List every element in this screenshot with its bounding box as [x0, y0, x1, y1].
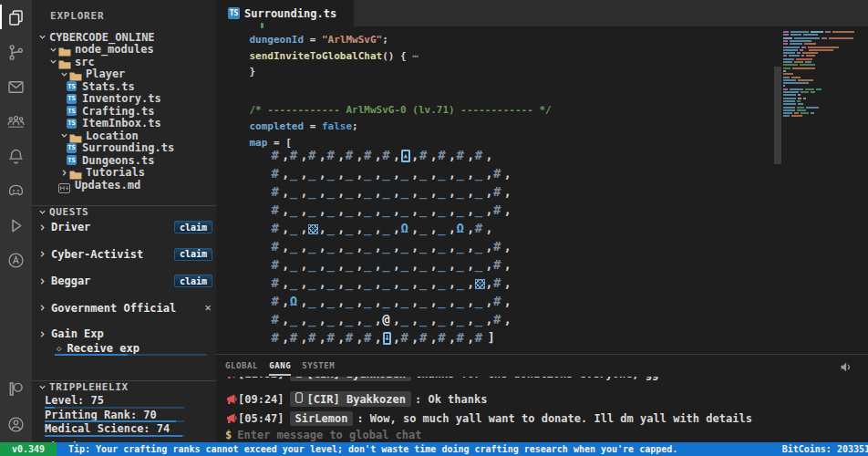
subquest-receive-exp[interactable]: ◇ Receive exp	[57, 342, 140, 355]
scrollbar-slider[interactable]	[774, 67, 781, 164]
activity-people-icon[interactable]	[0, 105, 32, 138]
claim-button[interactable]: claim	[174, 248, 212, 261]
tab-surrounding[interactable]: TS Surrounding.ts	[216, 0, 354, 26]
activity-mail-icon[interactable]	[0, 70, 32, 103]
sender-badge[interactable]: [CIR] Byakkozen	[290, 377, 411, 381]
activity-files-icon[interactable]	[0, 1, 32, 34]
chat-input[interactable]: $ Enter message to global chat	[225, 429, 422, 441]
quest-gain-exp[interactable]: Gain Exp	[32, 326, 216, 341]
version-badge[interactable]: v0.349	[0, 442, 57, 456]
minimap-segment	[801, 112, 809, 114]
map-door-up[interactable]: ▲	[401, 150, 410, 162]
tree-item-dungeons-ts[interactable]: TSDungeons.ts	[32, 154, 154, 167]
map-separator: ,	[485, 202, 492, 220]
chat-tab-gang[interactable]: GANG	[269, 361, 291, 376]
activity-play-icon[interactable]	[0, 209, 32, 242]
map-floor: _	[438, 293, 445, 311]
tree-item-tutorials[interactable]: Tutorials	[32, 167, 145, 180]
map-floor: _	[364, 311, 371, 329]
map-separator: ,	[449, 220, 456, 238]
claim-button[interactable]: claim	[174, 275, 212, 287]
claim-button[interactable]: claim	[174, 221, 212, 233]
map-wall: #	[272, 311, 279, 329]
map-floor: _	[438, 165, 445, 183]
stat-row: Level: 75	[45, 394, 104, 407]
bitcoins-counter: BitCoins: 203351	[782, 442, 868, 456]
map-cell: _,	[475, 256, 493, 275]
tree-item-node-modules[interactable]: node_modules	[32, 44, 154, 57]
activity-bell-icon[interactable]	[0, 140, 32, 172]
map-separator: ,	[393, 275, 400, 293]
map-cell: #,	[364, 147, 382, 165]
activity-appstore-icon[interactable]	[0, 244, 32, 276]
map-separator: ,	[300, 256, 307, 275]
quest-beggar[interactable]: Beggar claim	[32, 274, 216, 288]
map-floor: _	[438, 275, 445, 293]
map-cell: #,	[493, 165, 512, 183]
map-floor: _	[419, 238, 427, 256]
map-cell: #,	[493, 275, 512, 293]
tree-item-crafting-ts[interactable]: TSCrafting.ts	[32, 105, 154, 118]
map-row: #,_,_,_,_,_,@,_,_,_,_,_,#,	[272, 311, 512, 329]
code-token: "ArlMwSvG"	[322, 34, 382, 46]
activity-share-graph-icon[interactable]	[0, 36, 32, 68]
map-door-down[interactable]: ↓	[383, 332, 392, 345]
map-chest[interactable]	[308, 224, 318, 234]
tree-item-src[interactable]: src	[32, 56, 95, 68]
tree-item-player[interactable]: Player	[32, 68, 125, 81]
chat-tab-system[interactable]: SYSTEM	[302, 361, 335, 376]
code-token: completed	[250, 120, 305, 132]
sender-badge[interactable]: [CIR] Byakkozen	[290, 391, 411, 407]
minimap-line	[783, 70, 865, 72]
map-floor: _	[401, 293, 408, 311]
tree-item-inventory-ts[interactable]: TSInventory.ts	[32, 93, 161, 106]
close-icon[interactable]: ✕	[202, 301, 214, 314]
minimap-line	[783, 107, 865, 109]
minimap-segment	[801, 55, 804, 57]
map-separator: ,	[337, 202, 345, 220]
map-separator: ,	[411, 147, 418, 165]
activity-patreon-icon[interactable]	[0, 372, 32, 405]
map-enemy[interactable]: Ω	[290, 293, 297, 311]
map-floor: _	[401, 165, 408, 183]
minimap-segment	[825, 31, 831, 33]
app-window: EXPLORER CYBERCODE_ONLINEnode_modulessrc…	[0, 0, 868, 456]
minimap-segment	[783, 94, 796, 96]
code-editor[interactable]: dungeonId = "ArlMwSvG";sendInviteToGloba…	[216, 26, 868, 354]
map-wall: #	[475, 147, 482, 165]
tree-item-cybercode-online[interactable]: CYBERCODE_ONLINE	[32, 31, 155, 44]
typescript-file-icon: TS	[228, 7, 240, 19]
map-separator: ,	[467, 165, 474, 183]
map-floor: _	[475, 256, 482, 275]
chat-tab-global[interactable]: GLOBAL	[225, 361, 258, 376]
map-separator: ,	[356, 275, 363, 293]
chevron-down-icon	[36, 33, 47, 41]
map-separator: ,	[393, 329, 400, 347]
quests-header[interactable]: QUESTS	[32, 206, 88, 218]
map-cell: #,	[438, 147, 456, 165]
sender-badge[interactable]: SirLemon	[290, 411, 354, 426]
map-cell: _,	[419, 311, 438, 329]
activity-discord-icon[interactable]	[0, 174, 32, 207]
chat-message-list[interactable]: [11:52] [CIR] Byakkozen thanks for the d…	[216, 377, 868, 427]
map-floor: _	[475, 183, 482, 202]
quest-cyber-activist[interactable]: Cyber-Activist claim	[32, 247, 216, 262]
progress-fill	[45, 435, 182, 437]
map-separator: ,	[429, 275, 437, 293]
speaker-icon[interactable]	[839, 360, 852, 378]
activity-account-icon[interactable]	[0, 408, 32, 440]
tree-item-location[interactable]: Location	[32, 130, 139, 142]
map-enemy[interactable]: Ω	[456, 220, 463, 238]
tree-item-stats-ts[interactable]: TSStats.ts	[32, 80, 135, 93]
quest-government-official[interactable]: Government Official ✕	[32, 301, 216, 316]
map-floor: _	[419, 256, 427, 275]
tree-item-surrounding-ts[interactable]: TSSurrounding.ts	[32, 142, 174, 155]
map-floor: _	[326, 183, 334, 202]
tree-item-updates-md[interactable]: Updates.md	[32, 179, 140, 192]
minimap-segment	[783, 91, 799, 93]
stats-header[interactable]: TRIPPLEHELIX	[32, 381, 129, 393]
quest-driver[interactable]: Driver claim	[32, 220, 216, 234]
map-enemy[interactable]: Ω	[401, 220, 408, 238]
tree-item-iteminbox-ts[interactable]: TSItemInbox.ts	[32, 118, 161, 130]
map-chest[interactable]	[475, 279, 485, 289]
